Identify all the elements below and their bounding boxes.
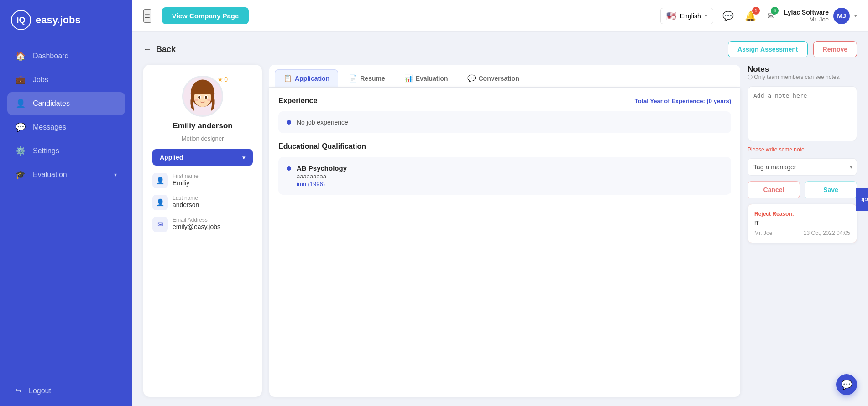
edu-year: imn (1996) <box>297 181 347 187</box>
reject-timestamp: 13 Oct, 2022 04:05 <box>804 230 850 236</box>
view-company-button[interactable]: View Company Page <box>162 7 249 24</box>
logout-item[interactable]: ↪ Logout <box>0 380 132 406</box>
sidebar-item-label: Jobs <box>33 76 48 84</box>
notes-header: Notes ⓘ Only team members can see notes. <box>748 65 857 81</box>
exp-dot <box>287 120 291 125</box>
notification-button[interactable]: 🔔 1 <box>743 9 758 23</box>
user-name: Mr. Joe <box>809 16 829 23</box>
info-icon: ⓘ <box>748 74 753 80</box>
sidebar-item-label: Candidates <box>33 99 70 108</box>
sidebar-item-label: Evaluation <box>33 171 67 179</box>
candidate-card: ★ 0 Emiliy anderson Motion designer Appl… <box>143 65 262 397</box>
sidebar-item-evaluation[interactable]: 🎓 Evaluation ▾ <box>7 163 125 186</box>
chat-fab-button[interactable]: 💬 <box>836 374 857 395</box>
notes-panel: Notes ⓘ Only team members can see notes.… <box>748 65 857 397</box>
back-button[interactable]: ← Back <box>143 45 176 54</box>
reject-box: Reject Reason: rr Mr. Joe 13 Oct, 2022 0… <box>748 204 857 243</box>
notes-error-message: Please write some note! <box>748 146 857 153</box>
sidebar-item-candidates[interactable]: 👤 Candidates <box>7 92 125 115</box>
candidate-name: Emiliy anderson <box>173 121 232 130</box>
tabs-bar: 📋 Application 📄 Resume 📊 Evaluation 💬 Co… <box>269 65 740 88</box>
reject-meta: Mr. Joe 13 Oct, 2022 04:05 <box>754 230 850 236</box>
language-selector[interactable]: 🇺🇸 English ▾ <box>660 8 713 24</box>
messages-button[interactable]: ✉ 6 <box>765 9 777 23</box>
back-arrow-icon: ← <box>143 45 152 54</box>
content-area: ← Back Assign Assessment Remove <box>132 32 868 406</box>
reject-author: Mr. Joe <box>754 230 772 236</box>
user-info: Lylac Software Mr. Joe <box>784 9 829 23</box>
sidebar-item-label: Settings <box>33 147 59 155</box>
tab-application[interactable]: 📋 Application <box>275 69 338 87</box>
notes-textarea[interactable] <box>748 86 857 141</box>
sidebar-item-jobs[interactable]: 💼 Jobs <box>7 68 125 91</box>
edu-degree: AB Psychology <box>297 164 347 172</box>
sidebar-item-dashboard[interactable]: 🏠 Dashboard <box>7 45 125 68</box>
education-box: AB Psychology aaaaaaaaa imn (1996) <box>278 157 731 195</box>
sidebar: iQ easy.jobs 🏠 Dashboard 💼 Jobs 👤 Candid… <box>0 0 132 406</box>
hamburger-button[interactable]: ≡ <box>143 9 151 23</box>
tab-resume[interactable]: 📄 Resume <box>340 69 393 87</box>
notes-actions: Cancel Save <box>748 181 857 198</box>
reject-label: Reject Reason: <box>754 211 850 217</box>
remove-button[interactable]: Remove <box>813 41 857 57</box>
email-label: Email Address <box>173 217 220 223</box>
svg-point-6 <box>205 96 207 99</box>
first-name-label: First name <box>173 173 199 179</box>
chat-fab-icon: 💬 <box>841 379 852 390</box>
notification-badge: 1 <box>752 7 760 15</box>
resume-tab-icon: 📄 <box>349 74 357 83</box>
tab-conversation[interactable]: 💬 Conversation <box>459 69 528 87</box>
chat-icon: 💬 <box>722 11 734 21</box>
settings-icon: ⚙️ <box>16 146 26 156</box>
candidate-profile: ★ 0 Emiliy anderson Motion designer <box>152 76 253 142</box>
dropdown-chevron-icon: ▾ <box>242 154 246 161</box>
evaluation-tab-icon: 📊 <box>404 74 413 83</box>
email-icon: ✉ <box>152 217 168 232</box>
tab-body: Experience Total Year of Experience: (0 … <box>269 88 740 397</box>
candidate-avatar-wrap: ★ 0 <box>182 76 223 117</box>
cards-row: ★ 0 Emiliy anderson Motion designer Appl… <box>143 65 857 397</box>
last-name-value: anderson <box>173 201 199 208</box>
experience-box: No job experience <box>278 111 731 133</box>
home-icon: 🏠 <box>16 51 26 61</box>
svg-point-5 <box>198 96 200 99</box>
sidebar-item-messages[interactable]: 💬 Messages <box>7 116 125 139</box>
tag-manager-wrap: Tag a manager ▾ <box>748 158 857 176</box>
logo-icon: iQ <box>11 10 31 30</box>
assign-assessment-button[interactable]: Assign Assessment <box>728 41 808 57</box>
back-label: Back <box>156 45 176 54</box>
last-name-field: 👤 Last name anderson <box>152 195 253 210</box>
save-button[interactable]: Save <box>805 181 857 198</box>
total-exp-value: (0 years) <box>707 98 731 104</box>
cancel-button[interactable]: Cancel <box>748 181 800 198</box>
svg-point-7 <box>194 99 198 101</box>
education-title: Educational Qualification <box>278 142 366 151</box>
logo: iQ easy.jobs <box>0 0 132 40</box>
language-label: English <box>680 12 701 20</box>
sidebar-item-settings[interactable]: ⚙️ Settings <box>7 140 125 162</box>
last-name-label: Last name <box>173 195 199 201</box>
svg-point-8 <box>207 99 210 101</box>
tag-manager-select[interactable]: Tag a manager <box>748 158 857 176</box>
user-profile[interactable]: Lylac Software Mr. Joe MJ ▾ <box>784 8 857 24</box>
main-area: ≡ View Company Page 🇺🇸 English ▾ 💬 🔔 1 ✉… <box>132 0 868 406</box>
email-value: emily@easy.jobs <box>173 223 220 230</box>
total-experience: Total Year of Experience: (0 years) <box>635 98 731 104</box>
flag-icon: 🇺🇸 <box>666 11 676 21</box>
feedback-tab[interactable]: Feedback <box>856 188 868 211</box>
first-name-field: 👤 First name Emiliy <box>152 173 253 188</box>
tab-evaluation[interactable]: 📊 Evaluation <box>396 69 457 87</box>
reject-value: rr <box>754 219 850 226</box>
back-bar: ← Back Assign Assessment Remove <box>143 41 857 57</box>
edu-institution: aaaaaaaaa <box>297 173 347 180</box>
chat-icon-button[interactable]: 💬 <box>721 9 736 23</box>
star-icon: ★ <box>217 76 223 83</box>
application-tab-icon: 📋 <box>283 74 292 83</box>
education-section-header: Educational Qualification <box>278 142 731 151</box>
application-tab-label: Application <box>295 75 329 82</box>
status-label: Applied <box>160 154 183 161</box>
logout-label: Logout <box>29 387 51 395</box>
status-dropdown[interactable]: Applied ▾ <box>152 149 253 166</box>
first-name-value: Emiliy <box>173 179 199 187</box>
candidates-icon: 👤 <box>16 99 26 109</box>
